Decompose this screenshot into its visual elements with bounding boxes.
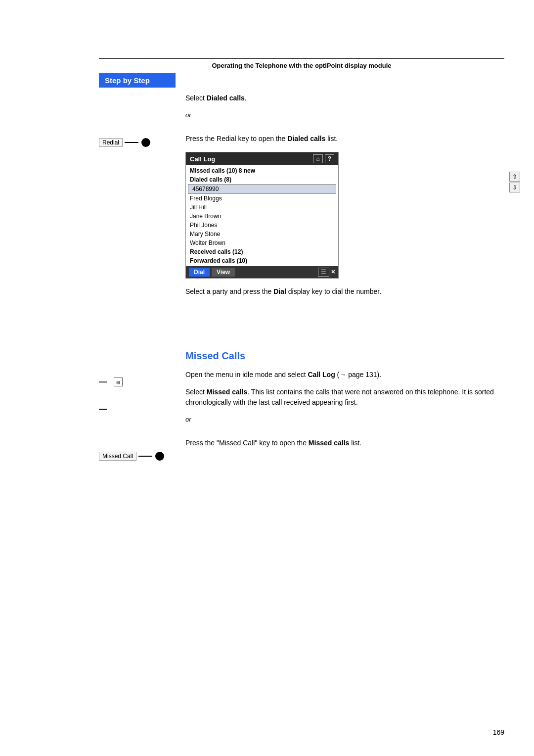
select-party-row: Select a party and press the Dial displa…: [185, 286, 504, 297]
select-party-text: Select a party and press the Dial displa…: [185, 287, 381, 295]
menu-icon-box[interactable]: ☰: [318, 268, 329, 277]
call-log-body: Missed calls (10) 8 new Dialed calls (8)…: [186, 165, 338, 266]
call-log-row-forwarded[interactable]: Forwarded calls (10): [186, 256, 338, 265]
connector-line-1: [125, 142, 138, 143]
main-content: Step by Step Redial Select Dialed calls.: [99, 73, 504, 716]
page-header: Operating the Telephone with the optiPoi…: [99, 58, 504, 69]
redial-desc-row: Press the Redial key to open the Dialed …: [185, 134, 504, 144]
header-title: Operating the Telephone with the optiPoi…: [212, 62, 391, 69]
select-dialed-calls-text: Select Dialed calls.: [185, 94, 247, 102]
dial-button[interactable]: Dial: [189, 268, 210, 277]
call-log-row-wolter[interactable]: Wolter Brown: [186, 238, 338, 247]
call-log-row-missed[interactable]: Missed calls (10) 8 new: [186, 166, 338, 175]
step-by-step-label: Step by Step: [105, 76, 150, 85]
missed-call-key-label: Missed Call: [99, 452, 136, 461]
missed-step3-row: Press the "Missed Call" key to open the …: [185, 438, 504, 448]
scroll-down-arrow[interactable]: ⇩: [509, 183, 520, 192]
or-label-1: or: [185, 111, 191, 119]
redial-circle-btn[interactable]: [141, 138, 150, 147]
redial-key-label: Redial: [99, 138, 123, 147]
plus-icon-1: —: [99, 378, 107, 386]
missed-calls-bold-2: Missed calls: [309, 439, 350, 447]
plus-row-2: —: [99, 405, 107, 414]
call-log-title: Call Log: [190, 155, 215, 163]
page-number: 169: [493, 728, 504, 736]
call-log-bold: Call Log: [308, 371, 335, 378]
connector-line-missed: [138, 456, 152, 457]
call-log-row-mary[interactable]: Mary Stone: [186, 230, 338, 238]
call-log-row-dialed[interactable]: Dialed calls (8): [186, 175, 338, 184]
call-log-row-phil[interactable]: Phil Jones: [186, 221, 338, 230]
missed-step1-row: Open the menu in idle mode and select Ca…: [185, 370, 504, 380]
missed-calls-heading: Missed Calls: [185, 350, 245, 361]
close-icon[interactable]: ×: [331, 268, 335, 277]
or-row-1: or: [185, 110, 504, 119]
missed-calls-heading-row: Missed Calls: [185, 350, 504, 362]
left-column: Redial: [99, 91, 176, 716]
missed-call-key-row: Missed Call: [99, 452, 164, 461]
dash-icon-2: —: [99, 405, 107, 414]
menu-icon-row: — ⊞: [99, 378, 123, 386]
call-log-row-jill[interactable]: Jill Hill: [186, 203, 338, 212]
missed-step2-text: Select Missed calls. This list contains …: [185, 388, 494, 406]
call-log-header: Call Log ⌂ ?: [186, 152, 338, 165]
or-label-2: or: [185, 416, 191, 423]
missed-step1-text: Open the menu in idle mode and select Ca…: [185, 371, 381, 378]
select-dialed-calls-row: Select Dialed calls.: [185, 93, 504, 103]
call-log-footer-icons: ☰ ×: [318, 268, 335, 277]
page-container: Operating the Telephone with the optiPoi…: [0, 0, 534, 756]
scroll-up-arrow[interactable]: ⇧: [509, 172, 520, 182]
call-log-row-jane[interactable]: Jane Brown: [186, 212, 338, 221]
missed-call-circle-btn[interactable]: [155, 452, 164, 461]
scroll-arrows: ⇧ ⇩: [509, 172, 520, 192]
dialed-calls-bold-2: Dialed calls: [287, 135, 325, 142]
missed-step2-row: Select Missed calls. This list contains …: [185, 387, 504, 408]
call-log-row-fred[interactable]: Fred Bloggs: [186, 194, 338, 203]
menu-grid-icon[interactable]: ⊞: [114, 378, 123, 386]
home-icon-box[interactable]: ⌂: [313, 154, 322, 163]
call-log-footer: Dial View ☰ ×: [186, 266, 338, 278]
or-row-2: or: [185, 415, 504, 423]
help-icon-box[interactable]: ?: [325, 154, 334, 163]
step-by-step-box: Step by Step: [99, 73, 176, 88]
call-log-header-icons: ⌂ ?: [313, 154, 334, 163]
call-log-container: Call Log ⌂ ? Missed calls (10) 8 new Dia…: [185, 152, 504, 279]
call-log-row-received[interactable]: Received calls (12): [186, 247, 338, 256]
missed-step3-text: Press the "Missed Call" key to open the …: [185, 439, 361, 447]
redial-key-row: Redial: [99, 138, 150, 147]
call-log-display: Call Log ⌂ ? Missed calls (10) 8 new Dia…: [185, 152, 339, 279]
call-log-row-number[interactable]: 45678990: [188, 184, 336, 194]
missed-calls-bold: Missed calls: [207, 388, 248, 396]
call-log-footer-buttons: Dial View: [189, 268, 235, 277]
missed-calls-right-col: Missed Calls Open the menu in idle mode …: [185, 350, 504, 448]
redial-desc-text: Press the Redial key to open the Dialed …: [185, 135, 338, 142]
view-button[interactable]: View: [212, 268, 235, 277]
dial-bold: Dial: [273, 287, 286, 295]
dialed-calls-bold-1: Dialed calls: [207, 94, 245, 102]
